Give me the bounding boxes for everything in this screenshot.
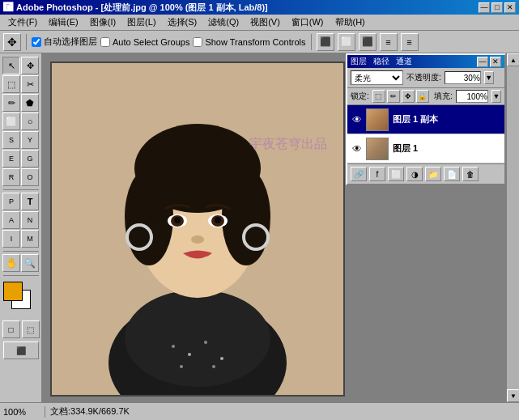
- opacity-input[interactable]: [445, 71, 481, 84]
- maximize-button[interactable]: □: [491, 2, 503, 13]
- scroll-track[interactable]: [507, 66, 519, 389]
- tool-row-4: ⬜ ○: [2, 112, 39, 130]
- standard-mode-btn[interactable]: □: [2, 320, 20, 338]
- distribute2-btn[interactable]: ≡: [401, 33, 419, 51]
- svg-point-6: [125, 168, 173, 265]
- new-fill-layer-btn[interactable]: ◑: [406, 167, 423, 181]
- distribute-btn[interactable]: ≡: [380, 33, 398, 51]
- color-swatches[interactable]: [3, 282, 39, 317]
- blur-btn[interactable]: R: [2, 168, 20, 186]
- panel-tab-label-channels[interactable]: 通道: [396, 56, 412, 67]
- blend-mode-select[interactable]: 柔光 正常 溶解 叠加: [351, 70, 403, 85]
- clone-stamp-btn[interactable]: S: [2, 131, 20, 149]
- layer-style-btn[interactable]: f: [369, 167, 385, 181]
- menu-layer[interactable]: 图层(L): [122, 15, 160, 29]
- lock-all-btn[interactable]: 🔒: [416, 90, 429, 103]
- delete-layer-btn[interactable]: 🗑: [462, 167, 479, 181]
- panel-tab-label-layers[interactable]: 图层: [351, 56, 367, 67]
- align-right-btn[interactable]: ⬛: [359, 33, 376, 51]
- panel-blend-controls: 柔光 正常 溶解 叠加 不透明度: ▼: [347, 68, 504, 88]
- measure-btn[interactable]: M: [21, 230, 39, 248]
- layers-panel: 图层 稳径 通道 — ✕ 柔光 正常 溶解 叠加 不透明度:: [346, 53, 506, 185]
- layer-visibility-1[interactable]: 👁: [351, 142, 364, 155]
- eyedropper-btn[interactable]: I: [2, 230, 20, 248]
- svg-point-7: [222, 168, 270, 265]
- panel-title-tabs: 图层 稳径 通道: [351, 56, 412, 67]
- layer-mask-btn[interactable]: ⬜: [388, 167, 404, 181]
- minimize-button[interactable]: —: [479, 2, 490, 13]
- window-title: Adobe Photoshop - [处理前.jpg @ 100% (图层 1 …: [16, 2, 268, 14]
- lasso-tool-btn[interactable]: ✂: [21, 75, 39, 93]
- layer-row-1[interactable]: 👁 图层 1: [347, 134, 504, 163]
- align-left-btn[interactable]: ⬛: [317, 33, 334, 51]
- zoom-tool-btn[interactable]: 🔍: [21, 254, 39, 272]
- menu-bar: 文件(F) 编辑(E) 图像(I) 图层(L) 选择(S) 滤镜(Q) 视图(V…: [0, 15, 519, 31]
- canvas-watermark: 宇夜苍穹出品: [249, 136, 327, 153]
- auto-select-groups-input[interactable]: [100, 37, 110, 47]
- menu-help[interactable]: 帮助(H): [330, 15, 370, 29]
- lock-move-btn[interactable]: ✥: [402, 90, 415, 103]
- eraser-btn[interactable]: E: [2, 150, 20, 168]
- layer-name-copy: 图层 1 副本: [393, 113, 501, 125]
- tool-row-3: ✏ ⬟: [2, 94, 39, 112]
- layer-visibility-copy[interactable]: 👁: [351, 113, 364, 126]
- auto-select-layer-checkbox[interactable]: 自动选择图层: [32, 36, 97, 48]
- panel-close-btn[interactable]: ✕: [490, 57, 501, 67]
- lock-transparency-btn[interactable]: ⬚: [372, 90, 385, 103]
- quick-mask-btn[interactable]: ⬚: [22, 320, 40, 338]
- menu-image[interactable]: 图像(I): [85, 15, 121, 29]
- history-brush-btn[interactable]: Y: [21, 131, 39, 149]
- svg-point-21: [180, 365, 183, 368]
- menu-filter[interactable]: 滤镜(Q): [203, 15, 244, 29]
- scroll-down-btn[interactable]: ▼: [507, 389, 519, 402]
- panel-min-btn[interactable]: —: [477, 57, 488, 67]
- shape-tool-btn[interactable]: A: [2, 211, 20, 229]
- close-button[interactable]: ✕: [504, 2, 516, 13]
- fill-input[interactable]: [456, 90, 488, 103]
- menu-window[interactable]: 窗口(W): [287, 15, 329, 29]
- app-icon: 🅿: [3, 2, 13, 13]
- opacity-arrow-btn[interactable]: ▼: [484, 71, 494, 84]
- link-layers-btn[interactable]: 🔗: [351, 167, 367, 181]
- pen-tool-btn[interactable]: P: [2, 193, 20, 210]
- new-group-btn[interactable]: 📁: [425, 167, 441, 181]
- move-tool-btn2[interactable]: ✥: [21, 57, 39, 74]
- lock-label: 锁定:: [351, 91, 369, 102]
- notes-btn[interactable]: N: [21, 211, 39, 229]
- lock-icons: ⬚ ✏ ✥ 🔒: [372, 90, 429, 103]
- selection-tool-btn[interactable]: ↖: [2, 57, 20, 74]
- heal-brush-btn[interactable]: ⬜: [2, 112, 20, 130]
- layer-row-copy[interactable]: 👁 图层 1 副本: [347, 105, 504, 134]
- magic-wand-btn[interactable]: ✏: [2, 94, 20, 112]
- layer-thumbnail-copy: [366, 108, 389, 131]
- marquee-tool-btn[interactable]: ⬚: [2, 75, 20, 93]
- lock-brush-btn[interactable]: ✏: [387, 90, 400, 103]
- right-scrollbar: ▲ ▼: [506, 53, 519, 402]
- svg-point-12: [174, 217, 181, 223]
- brush-btn[interactable]: ○: [21, 112, 39, 130]
- show-transform-controls-checkbox[interactable]: Show Transform Controls: [193, 37, 305, 47]
- hand-tool-btn[interactable]: ✋: [2, 254, 20, 272]
- menu-edit[interactable]: 编辑(E): [44, 15, 83, 29]
- type-tool-btn[interactable]: T: [21, 193, 39, 210]
- panel-tab-label-paths[interactable]: 稳径: [373, 56, 389, 67]
- move-tool-btn[interactable]: ✥: [3, 33, 21, 51]
- menu-view[interactable]: 视图(V): [245, 15, 285, 29]
- tool-row-hand: ✋ 🔍: [2, 254, 39, 272]
- menu-file[interactable]: 文件(F): [3, 15, 42, 29]
- auto-select-groups-checkbox[interactable]: Auto Select Groups: [100, 37, 189, 47]
- menu-select[interactable]: 选择(S): [163, 15, 202, 29]
- layer-list: 👁 图层 1 副本 👁 图层 1: [347, 105, 504, 163]
- new-layer-btn[interactable]: 📄: [444, 167, 460, 181]
- dodge-btn[interactable]: O: [21, 168, 39, 186]
- foreground-color-swatch[interactable]: [3, 282, 23, 301]
- scroll-up-btn[interactable]: ▲: [507, 53, 519, 66]
- screen-mode-btn[interactable]: ⬛: [3, 342, 39, 359]
- align-center-btn[interactable]: ⬜: [338, 33, 355, 51]
- fill-btn[interactable]: G: [21, 150, 39, 168]
- svg-point-13: [215, 217, 221, 223]
- auto-select-layer-input[interactable]: [32, 37, 41, 47]
- crop-btn[interactable]: ⬟: [21, 94, 39, 112]
- fill-arrow-btn[interactable]: ▼: [491, 90, 501, 103]
- show-transform-controls-input[interactable]: [193, 37, 202, 47]
